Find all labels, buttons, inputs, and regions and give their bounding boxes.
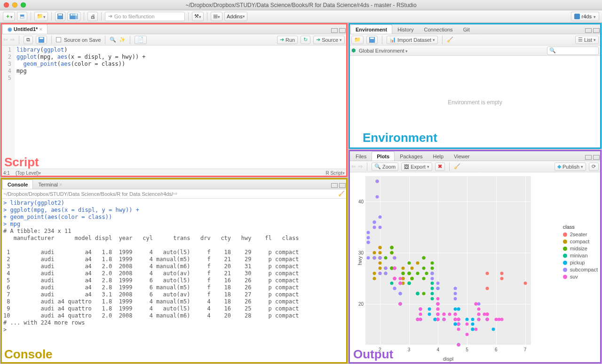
tab-environment[interactable]: Environment: [350, 24, 392, 34]
new-file-button[interactable]: ＋: [3, 12, 15, 21]
tab-history[interactable]: History: [392, 24, 419, 34]
save-script-button[interactable]: [36, 36, 47, 44]
script-tab-untitled[interactable]: ◉ Untitled1* ×: [2, 24, 48, 34]
data-point: [471, 323, 475, 326]
console-working-dir: ~/Dropbox/Dropbox/STUDY/Data Science/Boo…: [3, 191, 173, 197]
code-tools-icon[interactable]: [119, 37, 126, 43]
tab-terminal[interactable]: Terminal ×: [33, 179, 67, 189]
show-in-new-window-button[interactable]: ⧉: [24, 36, 33, 44]
plot-toolbar: Zoom 🖼 Export ✖ ◆ Publish ⟳: [349, 161, 602, 172]
clear-plots-icon[interactable]: [454, 163, 460, 170]
data-point: [498, 318, 501, 321]
plot-legend: class 2seatercompactmidsizeminivanpickup…: [563, 224, 598, 281]
rerun-button[interactable]: ↻: [301, 36, 310, 44]
maximize-env-icon[interactable]: [593, 28, 600, 33]
maximize-pane-icon[interactable]: [339, 28, 346, 33]
data-point: [378, 251, 381, 255]
data-point: [393, 266, 396, 270]
legend-item: 2seater: [563, 232, 598, 237]
tools-button[interactable]: ⚒: [192, 12, 204, 21]
data-point: [378, 266, 381, 270]
data-point: [431, 266, 434, 270]
run-button[interactable]: ➔ Run: [277, 36, 298, 44]
compile-report-button[interactable]: 📄: [135, 36, 147, 44]
minimize-console-icon[interactable]: [331, 183, 338, 188]
addins-button[interactable]: Addins: [224, 12, 247, 21]
minimize-output-icon[interactable]: [585, 155, 592, 160]
line-gutter: 12345: [0, 46, 15, 169]
data-point: [399, 302, 402, 305]
clear-env-icon[interactable]: [447, 37, 453, 43]
tab-files[interactable]: Files: [350, 151, 372, 161]
new-project-button[interactable]: ⬒: [17, 12, 27, 21]
tab-packages[interactable]: Packages: [395, 151, 428, 161]
data-point: [393, 256, 396, 260]
console-output[interactable]: > library(ggplot2)> ggplot(mpg, aes(x = …: [0, 199, 348, 364]
publish-button[interactable]: ◆ Publish: [554, 163, 586, 171]
pane-layout-button[interactable]: [211, 12, 222, 21]
tab-connections[interactable]: Connections: [419, 24, 458, 34]
find-icon[interactable]: [110, 37, 116, 43]
env-scope-bar: ⬢ Global Environment: [349, 46, 602, 56]
tab-viewer[interactable]: Viewer: [449, 151, 475, 161]
goto-file-input[interactable]: ➔Go to file/function: [105, 12, 185, 21]
data-point: [448, 312, 452, 316]
data-point: [422, 256, 425, 260]
open-file-button[interactable]: [34, 12, 48, 21]
save-workspace-button[interactable]: [366, 36, 378, 44]
refresh-plot-button[interactable]: ⟳: [589, 163, 599, 171]
load-workspace-button[interactable]: [351, 36, 364, 44]
tab-plots[interactable]: Plots: [372, 151, 395, 161]
env-empty-message: Environment is empty: [448, 99, 502, 106]
env-tabs: Environment History Connections Git: [349, 23, 602, 34]
clear-console-icon[interactable]: [338, 191, 345, 197]
data-point: [436, 302, 440, 305]
export-button[interactable]: 🖼 Export: [401, 163, 432, 171]
project-name: r4ds: [582, 14, 592, 19]
tab-git[interactable]: Git: [458, 24, 475, 34]
view-mode-button[interactable]: ☰ List: [575, 36, 599, 44]
code-editor[interactable]: 12345 library(ggplot) ggplot(mpg, aes(x …: [0, 46, 348, 169]
print-button[interactable]: 🖨: [87, 12, 98, 21]
minimize-pane-icon[interactable]: [331, 28, 338, 33]
nav-forward-icon[interactable]: [10, 37, 15, 43]
data-point: [500, 271, 504, 275]
data-point: [378, 216, 381, 219]
save-all-button[interactable]: [67, 12, 80, 21]
data-point: [410, 277, 413, 280]
window-title: ~/Dropbox/Dropbox/STUDY/Data Science/Boo…: [0, 2, 602, 8]
script-pane: ◉ Untitled1* × ⧉ Source on Save 📄 ➔ Run …: [0, 23, 348, 178]
tab-help[interactable]: Help: [428, 151, 449, 161]
legend-item: suv: [563, 274, 598, 279]
data-point: [454, 292, 457, 295]
env-scope-selector[interactable]: Global Environment: [359, 48, 408, 54]
legend-item: minivan: [563, 253, 598, 258]
data-point: [477, 302, 480, 305]
save-button[interactable]: [55, 12, 65, 21]
data-point: [454, 287, 457, 290]
data-point: [486, 271, 489, 275]
data-point: [367, 241, 370, 244]
legend-item: compact: [563, 239, 598, 244]
minimize-env-icon[interactable]: [585, 28, 592, 33]
language-label[interactable]: R Script: [325, 170, 342, 176]
maximize-console-icon[interactable]: [339, 183, 346, 188]
zoom-button[interactable]: Zoom: [372, 163, 398, 171]
project-menu[interactable]: r4ds: [571, 12, 599, 21]
data-point: [436, 312, 440, 316]
main-toolbar: ＋ ⬒ 🖨 ➔Go to file/function ⚒ Addins r4ds: [0, 10, 602, 23]
maximize-output-icon[interactable]: [593, 155, 600, 160]
plot-next-icon[interactable]: [358, 163, 363, 170]
data-point: [372, 220, 376, 224]
remove-plot-button[interactable]: ✖: [435, 163, 445, 171]
import-dataset-button[interactable]: 📊 Import Dataset: [387, 36, 438, 44]
source-button[interactable]: ➔ Source: [313, 36, 345, 44]
source-on-save-checkbox[interactable]: [56, 37, 61, 42]
plot-prev-icon[interactable]: [351, 163, 356, 170]
env-search-input[interactable]: [547, 46, 599, 55]
r-project-icon: [574, 14, 580, 19]
nav-back-icon[interactable]: [3, 37, 8, 43]
tab-console[interactable]: Console: [2, 179, 33, 189]
scope-label[interactable]: (Top Level): [16, 170, 39, 176]
data-point: [523, 282, 527, 285]
